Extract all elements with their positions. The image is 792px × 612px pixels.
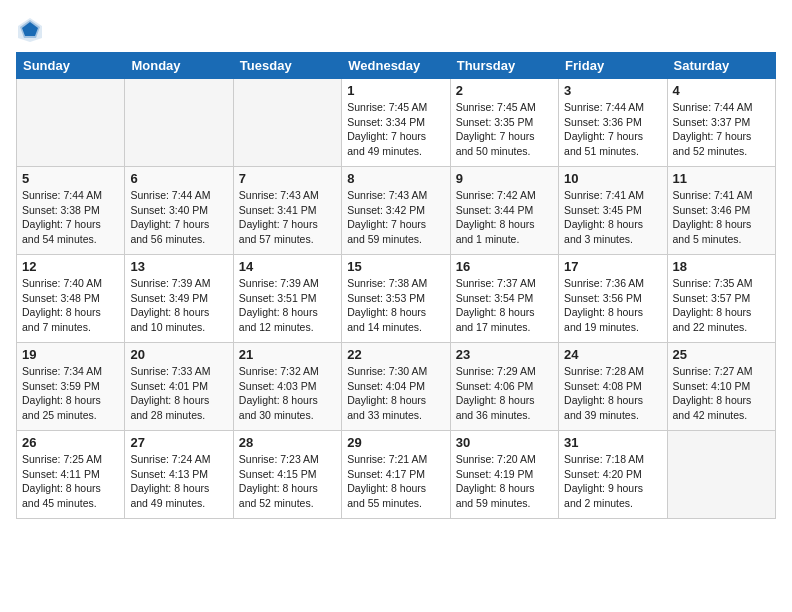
page-header — [16, 16, 776, 44]
day-info: Sunrise: 7:24 AMSunset: 4:13 PMDaylight:… — [130, 452, 227, 511]
calendar-cell: 28Sunrise: 7:23 AMSunset: 4:15 PMDayligh… — [233, 431, 341, 519]
calendar-cell: 21Sunrise: 7:32 AMSunset: 4:03 PMDayligh… — [233, 343, 341, 431]
column-header-friday: Friday — [559, 53, 667, 79]
column-header-saturday: Saturday — [667, 53, 775, 79]
day-number: 26 — [22, 435, 119, 450]
day-info: Sunrise: 7:27 AMSunset: 4:10 PMDaylight:… — [673, 364, 770, 423]
column-header-tuesday: Tuesday — [233, 53, 341, 79]
calendar-cell: 17Sunrise: 7:36 AMSunset: 3:56 PMDayligh… — [559, 255, 667, 343]
calendar-cell: 18Sunrise: 7:35 AMSunset: 3:57 PMDayligh… — [667, 255, 775, 343]
day-info: Sunrise: 7:33 AMSunset: 4:01 PMDaylight:… — [130, 364, 227, 423]
calendar-cell: 23Sunrise: 7:29 AMSunset: 4:06 PMDayligh… — [450, 343, 558, 431]
day-info: Sunrise: 7:43 AMSunset: 3:42 PMDaylight:… — [347, 188, 444, 247]
column-header-thursday: Thursday — [450, 53, 558, 79]
day-info: Sunrise: 7:41 AMSunset: 3:46 PMDaylight:… — [673, 188, 770, 247]
day-info: Sunrise: 7:44 AMSunset: 3:36 PMDaylight:… — [564, 100, 661, 159]
day-number: 14 — [239, 259, 336, 274]
day-info: Sunrise: 7:44 AMSunset: 3:40 PMDaylight:… — [130, 188, 227, 247]
day-info: Sunrise: 7:39 AMSunset: 3:49 PMDaylight:… — [130, 276, 227, 335]
day-number: 24 — [564, 347, 661, 362]
day-number: 2 — [456, 83, 553, 98]
day-number: 4 — [673, 83, 770, 98]
calendar-cell: 13Sunrise: 7:39 AMSunset: 3:49 PMDayligh… — [125, 255, 233, 343]
day-number: 16 — [456, 259, 553, 274]
day-info: Sunrise: 7:23 AMSunset: 4:15 PMDaylight:… — [239, 452, 336, 511]
calendar-cell: 7Sunrise: 7:43 AMSunset: 3:41 PMDaylight… — [233, 167, 341, 255]
day-info: Sunrise: 7:38 AMSunset: 3:53 PMDaylight:… — [347, 276, 444, 335]
calendar-cell: 22Sunrise: 7:30 AMSunset: 4:04 PMDayligh… — [342, 343, 450, 431]
day-number: 10 — [564, 171, 661, 186]
calendar-cell: 4Sunrise: 7:44 AMSunset: 3:37 PMDaylight… — [667, 79, 775, 167]
calendar-week-row: 19Sunrise: 7:34 AMSunset: 3:59 PMDayligh… — [17, 343, 776, 431]
calendar-cell: 10Sunrise: 7:41 AMSunset: 3:45 PMDayligh… — [559, 167, 667, 255]
calendar-cell: 26Sunrise: 7:25 AMSunset: 4:11 PMDayligh… — [17, 431, 125, 519]
day-info: Sunrise: 7:32 AMSunset: 4:03 PMDaylight:… — [239, 364, 336, 423]
day-number: 30 — [456, 435, 553, 450]
day-info: Sunrise: 7:21 AMSunset: 4:17 PMDaylight:… — [347, 452, 444, 511]
calendar-cell: 20Sunrise: 7:33 AMSunset: 4:01 PMDayligh… — [125, 343, 233, 431]
calendar-cell: 25Sunrise: 7:27 AMSunset: 4:10 PMDayligh… — [667, 343, 775, 431]
calendar-cell: 30Sunrise: 7:20 AMSunset: 4:19 PMDayligh… — [450, 431, 558, 519]
calendar-cell: 9Sunrise: 7:42 AMSunset: 3:44 PMDaylight… — [450, 167, 558, 255]
logo — [16, 16, 46, 44]
day-number: 3 — [564, 83, 661, 98]
day-info: Sunrise: 7:35 AMSunset: 3:57 PMDaylight:… — [673, 276, 770, 335]
day-info: Sunrise: 7:28 AMSunset: 4:08 PMDaylight:… — [564, 364, 661, 423]
calendar-cell — [17, 79, 125, 167]
calendar-cell: 12Sunrise: 7:40 AMSunset: 3:48 PMDayligh… — [17, 255, 125, 343]
calendar-cell: 27Sunrise: 7:24 AMSunset: 4:13 PMDayligh… — [125, 431, 233, 519]
day-number: 5 — [22, 171, 119, 186]
calendar-cell — [233, 79, 341, 167]
day-number: 6 — [130, 171, 227, 186]
day-number: 20 — [130, 347, 227, 362]
calendar-week-row: 12Sunrise: 7:40 AMSunset: 3:48 PMDayligh… — [17, 255, 776, 343]
day-number: 13 — [130, 259, 227, 274]
day-number: 15 — [347, 259, 444, 274]
day-info: Sunrise: 7:45 AMSunset: 3:35 PMDaylight:… — [456, 100, 553, 159]
calendar-cell: 14Sunrise: 7:39 AMSunset: 3:51 PMDayligh… — [233, 255, 341, 343]
calendar-week-row: 26Sunrise: 7:25 AMSunset: 4:11 PMDayligh… — [17, 431, 776, 519]
day-number: 31 — [564, 435, 661, 450]
day-number: 19 — [22, 347, 119, 362]
calendar-cell: 1Sunrise: 7:45 AMSunset: 3:34 PMDaylight… — [342, 79, 450, 167]
day-info: Sunrise: 7:41 AMSunset: 3:45 PMDaylight:… — [564, 188, 661, 247]
column-header-wednesday: Wednesday — [342, 53, 450, 79]
day-info: Sunrise: 7:25 AMSunset: 4:11 PMDaylight:… — [22, 452, 119, 511]
day-number: 12 — [22, 259, 119, 274]
day-number: 17 — [564, 259, 661, 274]
calendar-cell — [125, 79, 233, 167]
day-number: 18 — [673, 259, 770, 274]
day-info: Sunrise: 7:44 AMSunset: 3:37 PMDaylight:… — [673, 100, 770, 159]
day-number: 7 — [239, 171, 336, 186]
day-info: Sunrise: 7:18 AMSunset: 4:20 PMDaylight:… — [564, 452, 661, 511]
calendar-cell: 6Sunrise: 7:44 AMSunset: 3:40 PMDaylight… — [125, 167, 233, 255]
day-number: 1 — [347, 83, 444, 98]
calendar-cell: 8Sunrise: 7:43 AMSunset: 3:42 PMDaylight… — [342, 167, 450, 255]
day-number: 25 — [673, 347, 770, 362]
day-number: 8 — [347, 171, 444, 186]
day-info: Sunrise: 7:45 AMSunset: 3:34 PMDaylight:… — [347, 100, 444, 159]
day-number: 23 — [456, 347, 553, 362]
calendar-cell: 5Sunrise: 7:44 AMSunset: 3:38 PMDaylight… — [17, 167, 125, 255]
calendar-header-row: SundayMondayTuesdayWednesdayThursdayFrid… — [17, 53, 776, 79]
calendar-cell: 15Sunrise: 7:38 AMSunset: 3:53 PMDayligh… — [342, 255, 450, 343]
calendar-week-row: 5Sunrise: 7:44 AMSunset: 3:38 PMDaylight… — [17, 167, 776, 255]
day-number: 22 — [347, 347, 444, 362]
day-number: 28 — [239, 435, 336, 450]
day-info: Sunrise: 7:36 AMSunset: 3:56 PMDaylight:… — [564, 276, 661, 335]
calendar-week-row: 1Sunrise: 7:45 AMSunset: 3:34 PMDaylight… — [17, 79, 776, 167]
calendar-cell: 29Sunrise: 7:21 AMSunset: 4:17 PMDayligh… — [342, 431, 450, 519]
calendar-cell: 24Sunrise: 7:28 AMSunset: 4:08 PMDayligh… — [559, 343, 667, 431]
day-info: Sunrise: 7:34 AMSunset: 3:59 PMDaylight:… — [22, 364, 119, 423]
calendar-cell: 2Sunrise: 7:45 AMSunset: 3:35 PMDaylight… — [450, 79, 558, 167]
calendar-table: SundayMondayTuesdayWednesdayThursdayFrid… — [16, 52, 776, 519]
day-number: 29 — [347, 435, 444, 450]
day-info: Sunrise: 7:42 AMSunset: 3:44 PMDaylight:… — [456, 188, 553, 247]
day-info: Sunrise: 7:39 AMSunset: 3:51 PMDaylight:… — [239, 276, 336, 335]
column-header-monday: Monday — [125, 53, 233, 79]
day-number: 9 — [456, 171, 553, 186]
calendar-cell: 11Sunrise: 7:41 AMSunset: 3:46 PMDayligh… — [667, 167, 775, 255]
calendar-cell — [667, 431, 775, 519]
day-number: 11 — [673, 171, 770, 186]
day-info: Sunrise: 7:44 AMSunset: 3:38 PMDaylight:… — [22, 188, 119, 247]
